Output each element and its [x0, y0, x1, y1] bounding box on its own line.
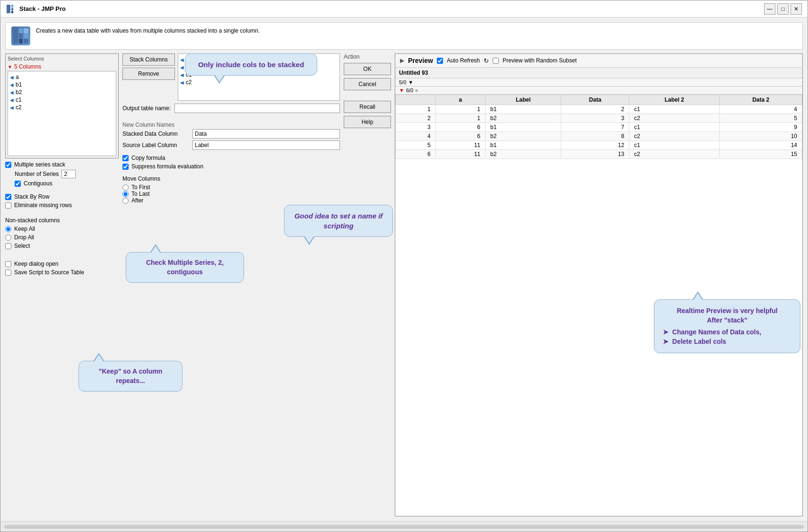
table-cell: 14 — [720, 141, 802, 150]
column-list[interactable]: ◀ a ◀ b1 ◀ b2 ◀ c1 — [8, 71, 116, 156]
auto-refresh-label: Auto Refresh — [447, 57, 480, 64]
svg-rect-3 — [11, 11, 13, 13]
to-first-radio[interactable] — [122, 184, 129, 191]
svg-rect-5 — [19, 28, 23, 33]
list-item[interactable]: ◀ a — [10, 73, 114, 81]
suppress-formula-row: Suppress formula evaluation — [122, 163, 340, 170]
to-last-radio[interactable] — [122, 191, 129, 197]
copy-formula-checkbox[interactable] — [122, 155, 129, 161]
list-item[interactable]: ◀ b2 — [10, 88, 114, 96]
multiple-series-checkbox[interactable] — [5, 162, 11, 168]
svg-rect-1 — [11, 5, 13, 8]
table-cell: b2 — [486, 132, 561, 141]
stacked-data-input[interactable] — [192, 129, 340, 139]
table-cell: c1 — [629, 105, 720, 114]
series-input[interactable]: 2 — [61, 170, 76, 178]
copy-formula-row: Copy formula — [122, 155, 340, 161]
table-cell: b1 — [486, 123, 561, 132]
after-radio[interactable] — [122, 198, 129, 204]
table-cell: 4 — [720, 105, 802, 114]
non-stacked-label: Non-stacked columns — [5, 217, 119, 224]
after-label: After — [131, 197, 143, 204]
suppress-formula-checkbox[interactable] — [122, 164, 129, 170]
remove-button[interactable]: Remove — [122, 68, 175, 80]
svg-rect-7 — [19, 39, 23, 44]
description-text: Creates a new data table with values fro… — [36, 26, 260, 35]
eliminate-missing-row: Eliminate missing rows — [5, 202, 119, 209]
keep-all-row: Keep All — [5, 226, 119, 232]
table-cell: 7 — [561, 123, 629, 132]
to-first-row: To First — [122, 184, 340, 191]
refresh-icon[interactable]: ↻ — [484, 57, 489, 64]
callout-only-include: Only include cols to be stacked — [185, 53, 317, 76]
table-row: 11b12c14 — [396, 105, 802, 114]
list-item[interactable]: ◀ c2 — [10, 104, 114, 111]
select-columns-title: Select Columns — [8, 56, 116, 61]
red-arrow-icon: ▼ — [399, 87, 404, 93]
recall-button[interactable]: Recall — [344, 101, 391, 113]
select-nonstacked-row: Select — [5, 243, 119, 249]
maximize-button[interactable]: □ — [777, 3, 789, 15]
output-input[interactable] — [174, 104, 340, 113]
bottom-bar — [0, 521, 808, 532]
table-cell: 1 — [435, 114, 485, 123]
table-cell: 13 — [561, 150, 629, 159]
col-arrow-icon: ◀ — [180, 65, 184, 70]
main-window: Stack - JMP Pro — □ ✕ Creates a — [0, 0, 808, 532]
select-nonstacked-checkbox[interactable] — [5, 243, 11, 249]
select-columns-box: Select Columns ▼ 5 Columns ◀ a ◀ b1 — [5, 53, 119, 158]
contiguous-checkbox[interactable] — [15, 181, 21, 187]
stack-by-row-checkbox[interactable] — [5, 194, 11, 200]
keep-all-radio[interactable] — [5, 226, 11, 232]
minimize-button[interactable]: — — [764, 3, 775, 15]
table-cell: 15 — [720, 150, 802, 159]
list-item[interactable]: ◀ c1 — [10, 96, 114, 104]
help-button[interactable]: Help — [344, 116, 391, 128]
filter-icon: ≡ — [415, 88, 418, 93]
after-row: After — [122, 197, 340, 204]
column-count: ▼ 5 Columns — [8, 63, 116, 70]
table-cell: 6 — [435, 123, 485, 132]
multiple-series-row: Multiple series stack — [5, 161, 119, 168]
realtime-title: Realtime Preview is very helpfulAfter "s… — [663, 306, 791, 325]
table-row: 36b17c19 — [396, 123, 802, 132]
select-nonstacked-label: Select — [14, 243, 30, 249]
preview-table: a Label Data Label 2 Data 2 11b12c1421b2… — [395, 95, 802, 159]
col-header-a: a — [435, 95, 485, 105]
app-icon — [6, 4, 16, 14]
table-cell: c1 — [629, 141, 720, 150]
list-item[interactable]: ◀ b1 — [10, 81, 114, 88]
move-columns-section: Move Columns To First To Last After — [122, 175, 340, 204]
stacked-data-label: Stacked Data Column — [122, 131, 189, 137]
svg-rect-0 — [7, 5, 10, 13]
callout-check-multiple: Check Multiple Series, 2, contiguous — [126, 252, 244, 283]
preview-table-area[interactable]: Untitled 93 5/0 ▼ ▼ 6/0 ≡ — [395, 68, 802, 516]
table-row: 511b112c114 — [396, 141, 802, 150]
callout-good-idea: Good idea to set a name if scripting — [284, 205, 393, 237]
table-cell: 11 — [435, 150, 485, 159]
col-arrow-icon: ◀ — [10, 75, 14, 80]
left-panel: Select Columns ▼ 5 Columns ◀ a ◀ b1 — [5, 53, 119, 516]
svg-rect-4 — [13, 28, 18, 44]
drop-all-radio[interactable] — [5, 235, 11, 241]
realtime-item1: ➤ Change Names of Data cols, — [663, 328, 791, 337]
ok-button[interactable]: OK — [344, 63, 391, 75]
row-col-info2: 6/0 — [406, 87, 413, 93]
cancel-button[interactable]: Cancel — [344, 78, 391, 90]
close-button[interactable]: ✕ — [791, 3, 802, 15]
eliminate-missing-checkbox[interactable] — [5, 202, 11, 209]
stack-columns-button[interactable]: Stack Columns — [122, 53, 175, 66]
scrollbar[interactable] — [4, 525, 804, 529]
keep-dialog-checkbox[interactable] — [5, 261, 11, 267]
stacked-data-row: Stacked Data Column — [122, 129, 340, 139]
auto-refresh-checkbox[interactable] — [437, 58, 443, 64]
random-subset-checkbox[interactable] — [493, 58, 499, 64]
svg-rect-8 — [24, 28, 28, 33]
move-columns-title: Move Columns — [122, 175, 340, 182]
list-item[interactable]: ◀ c2 — [180, 78, 338, 86]
source-label-input[interactable] — [192, 140, 340, 150]
source-label-label: Source Label Column — [122, 142, 189, 148]
save-script-checkbox[interactable] — [5, 270, 11, 276]
table-cell: 12 — [561, 141, 629, 150]
callout-realtime: Realtime Preview is very helpfulAfter "s… — [654, 299, 800, 353]
